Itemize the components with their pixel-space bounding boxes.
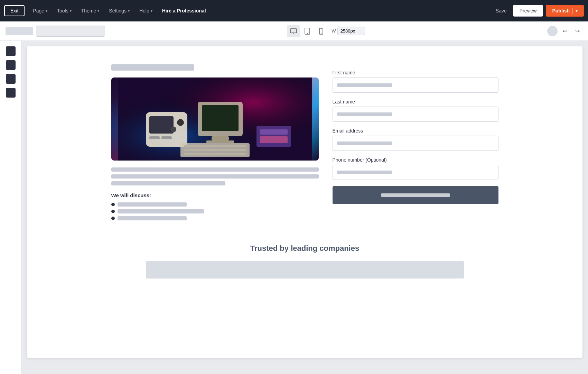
nav-theme[interactable]: Theme ▾ bbox=[77, 6, 104, 16]
svg-rect-23 bbox=[184, 149, 246, 151]
bullet-dot-2 bbox=[111, 210, 115, 213]
phone-input[interactable] bbox=[333, 165, 498, 180]
bullet-item-2 bbox=[111, 209, 319, 213]
canvas-frame: We will discuss: bbox=[27, 46, 582, 358]
editor-toolbar: W ↩ ↪ bbox=[0, 21, 588, 41]
svg-point-4 bbox=[307, 33, 308, 34]
hire-professional-link[interactable]: Hire a Professional bbox=[158, 6, 210, 16]
bullet-placeholder-3 bbox=[118, 216, 187, 220]
canvas-outer: We will discuss: bbox=[0, 41, 588, 374]
phone-label: Phone number (Optional) bbox=[333, 157, 498, 163]
top-nav: Exit Page ▾ Tools ▾ Theme ▾ Settings ▾ H… bbox=[0, 0, 588, 21]
publish-button[interactable]: Publish ▾ bbox=[546, 5, 584, 17]
bullet-item-3 bbox=[111, 216, 319, 220]
preview-button[interactable]: Preview bbox=[513, 5, 543, 17]
nav-page[interactable]: Page ▾ bbox=[29, 6, 52, 16]
first-name-placeholder bbox=[337, 83, 392, 87]
svg-point-7 bbox=[321, 33, 321, 34]
theme-chevron-icon: ▾ bbox=[97, 9, 99, 13]
svg-rect-12 bbox=[149, 116, 174, 134]
right-column-form: First name Last name Email address bbox=[333, 64, 498, 223]
bullet-item-1 bbox=[111, 202, 319, 207]
theme-label: Theme bbox=[81, 8, 96, 13]
help-label: Help bbox=[139, 8, 149, 13]
svg-rect-19 bbox=[212, 136, 229, 140]
svg-point-13 bbox=[177, 119, 184, 126]
exit-button[interactable]: Exit bbox=[4, 5, 25, 16]
page-label: Page bbox=[33, 8, 44, 13]
last-name-placeholder bbox=[337, 112, 392, 116]
last-name-label: Last name bbox=[333, 99, 498, 104]
sidebar-icon-1[interactable] bbox=[6, 46, 16, 56]
svg-rect-27 bbox=[260, 136, 288, 143]
desc-line-1 bbox=[111, 167, 319, 172]
sidebar-icon-2[interactable] bbox=[6, 60, 16, 70]
tools-label: Tools bbox=[57, 8, 68, 13]
page-title-placeholder bbox=[111, 64, 194, 71]
width-input[interactable] bbox=[337, 27, 365, 35]
publish-label: Publish bbox=[552, 8, 570, 13]
save-button[interactable]: Save bbox=[491, 6, 512, 16]
toolbar-left-placeholder bbox=[6, 27, 33, 35]
settings-chevron-icon: ▾ bbox=[128, 9, 130, 13]
sidebar-icon-3[interactable] bbox=[6, 74, 16, 84]
svg-rect-24 bbox=[184, 153, 246, 155]
toolbar-right-actions: ↩ ↪ bbox=[547, 26, 582, 36]
desc-line-3 bbox=[111, 181, 225, 185]
svg-rect-15 bbox=[149, 136, 160, 139]
logo-bar-placeholder bbox=[146, 261, 464, 279]
page-chevron-icon: ▾ bbox=[46, 9, 47, 13]
bullet-placeholder-2 bbox=[118, 209, 204, 213]
phone-placeholder bbox=[337, 171, 392, 174]
url-bar[interactable] bbox=[36, 26, 105, 37]
mobile-device-button[interactable] bbox=[315, 25, 327, 37]
email-label: Email address bbox=[333, 128, 498, 134]
settings-circle-button[interactable] bbox=[547, 26, 558, 36]
help-chevron-icon: ▾ bbox=[151, 9, 152, 13]
canvas-scroll: We will discuss: bbox=[21, 41, 588, 374]
redo-button[interactable]: ↪ bbox=[572, 26, 582, 36]
publish-chevron-icon: ▾ bbox=[576, 9, 578, 13]
hero-image bbox=[111, 77, 319, 161]
we-discuss-heading: We will discuss: bbox=[111, 192, 319, 198]
svg-rect-16 bbox=[161, 136, 172, 139]
nav-tools[interactable]: Tools ▾ bbox=[53, 6, 76, 16]
left-sidebar bbox=[0, 41, 21, 374]
bullet-dot-1 bbox=[111, 203, 115, 206]
page-content: We will discuss: bbox=[97, 57, 512, 230]
desktop-device-button[interactable] bbox=[287, 25, 300, 37]
undo-button[interactable]: ↩ bbox=[560, 26, 570, 36]
publish-divider bbox=[572, 8, 573, 14]
bullet-dot-3 bbox=[111, 217, 115, 220]
tools-chevron-icon: ▾ bbox=[70, 9, 72, 13]
svg-rect-18 bbox=[202, 105, 239, 131]
last-name-input[interactable] bbox=[333, 107, 498, 122]
description-placeholder-lines bbox=[111, 167, 319, 185]
svg-point-14 bbox=[171, 127, 176, 132]
svg-rect-20 bbox=[206, 140, 234, 143]
nav-settings[interactable]: Settings ▾ bbox=[105, 6, 134, 16]
first-name-input[interactable] bbox=[333, 77, 498, 93]
svg-rect-22 bbox=[184, 145, 246, 147]
svg-rect-26 bbox=[260, 129, 288, 135]
form-submit-button[interactable] bbox=[333, 186, 498, 204]
email-placeholder bbox=[337, 142, 392, 145]
width-label: W bbox=[332, 28, 336, 34]
first-name-label: First name bbox=[333, 70, 498, 75]
trusted-title: Trusted by leading companies bbox=[52, 244, 558, 253]
form-section: First name Last name Email address bbox=[333, 64, 498, 210]
email-input[interactable] bbox=[333, 136, 498, 151]
settings-label: Settings bbox=[109, 8, 127, 13]
svg-rect-0 bbox=[290, 29, 297, 33]
submit-btn-placeholder bbox=[381, 193, 450, 197]
sidebar-icon-4[interactable] bbox=[6, 88, 16, 98]
tablet-device-button[interactable] bbox=[301, 25, 314, 37]
bullet-placeholder-1 bbox=[118, 202, 187, 207]
device-switcher: W bbox=[108, 25, 544, 37]
desc-line-2 bbox=[111, 174, 319, 179]
hero-svg bbox=[111, 77, 319, 161]
nav-help[interactable]: Help ▾ bbox=[135, 6, 157, 16]
trusted-by-section: Trusted by leading companies bbox=[38, 230, 571, 285]
left-column: We will discuss: bbox=[111, 64, 319, 223]
